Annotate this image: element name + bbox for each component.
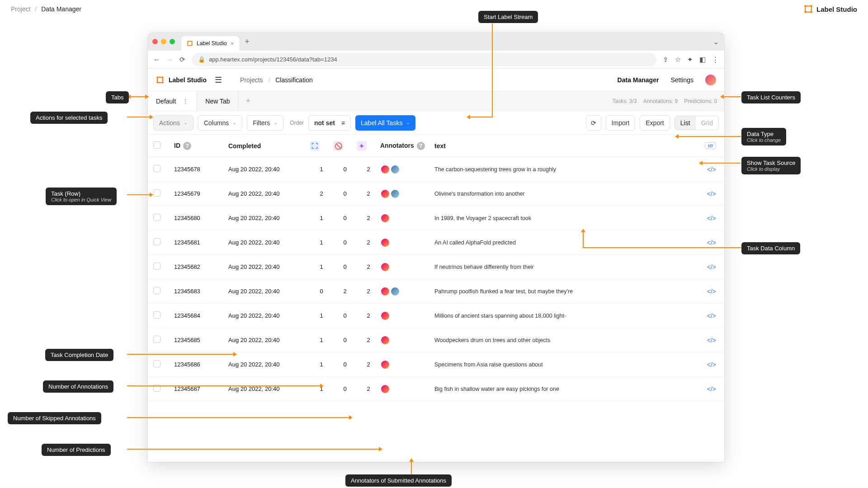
source-icon[interactable]: </> [707,361,716,368]
annotator-avatar[interactable] [380,262,390,272]
table-row[interactable]: 12345681 Aug 20 2022, 20:40 1 0 2 An AI … [148,230,724,255]
add-tab-icon[interactable]: + [239,91,258,111]
menu-icon[interactable]: ☰ [215,75,222,85]
close-icon[interactable] [152,39,158,44]
annotator-avatar[interactable] [380,213,390,223]
source-icon[interactable]: </> [707,263,716,271]
cell-completed: Aug 20 2022, 20:40 [228,337,310,343]
annotator-avatar[interactable] [380,238,390,248]
annotator-avatar[interactable] [380,384,390,394]
table-row[interactable]: 12345684 Aug 20 2022, 20:40 1 0 2 Millio… [148,304,724,328]
filters-button[interactable]: Filters⌄ [247,115,283,131]
table-row[interactable]: 12345678 Aug 20 2022, 20:40 1 0 2 The ca… [148,157,724,182]
annotator-avatar[interactable] [390,189,400,199]
row-checkbox[interactable] [153,336,160,343]
address-bar[interactable]: 🔒 app.heartex.com/projects/123456/data?t… [192,53,656,66]
more-icon[interactable]: ⋮ [712,56,719,64]
export-button[interactable]: Export [640,115,670,131]
row-checkbox[interactable] [153,189,160,197]
view-grid[interactable]: Grid [696,116,718,130]
order-button[interactable]: not set≡ [308,115,351,131]
tab-default[interactable]: Default ⋮ [148,91,197,111]
maximize-icon[interactable] [170,39,175,44]
annotator-avatar[interactable] [380,335,390,345]
source-icon[interactable]: </> [707,190,716,197]
table-row[interactable]: 12345683 Aug 20 2022, 20:40 0 2 2 Pahrum… [148,279,724,304]
row-checkbox[interactable] [153,360,160,367]
cell-completed: Aug 20 2022, 20:40 [228,190,310,197]
skipped-count-icon[interactable]: 🚫 [333,141,343,151]
row-checkbox[interactable] [153,263,160,270]
annotator-avatar[interactable] [380,311,390,321]
view-list[interactable]: List [675,116,696,130]
breadcrumb-root[interactable]: Project [11,5,31,13]
close-tab-icon[interactable]: × [231,40,234,47]
nav-settings[interactable]: Settings [670,76,693,84]
source-icon[interactable]: </> [707,166,716,173]
help-icon[interactable]: ? [417,142,425,150]
cell-skipped: 0 [333,312,357,319]
row-checkbox[interactable] [153,165,160,172]
back-icon[interactable]: ← [153,56,160,63]
predictions-count-icon[interactable]: ✦ [357,141,367,151]
columns-button[interactable]: Columns⌄ [198,115,242,131]
cell-skipped: 0 [333,361,357,368]
annotator-avatar[interactable] [380,360,390,370]
minimize-icon[interactable] [161,39,166,44]
annotator-avatar[interactable] [380,164,390,174]
source-icon[interactable]: </> [707,239,716,246]
row-checkbox[interactable] [153,287,160,294]
reload-icon[interactable]: ⟳ [179,56,185,64]
annotator-avatar[interactable] [380,189,390,199]
col-completed[interactable]: Completed [228,142,310,150]
datatype-pill[interactable]: str [705,142,716,149]
panel-icon[interactable]: ◧ [699,56,706,64]
annotator-avatar[interactable] [390,164,400,174]
annotator-avatar[interactable] [380,286,390,296]
table-row[interactable]: 12345687 Aug 20 2022, 20:40 1 0 2 Big fi… [148,377,724,401]
cell-annotators [380,189,434,199]
view-toggle[interactable]: List Grid [675,116,719,130]
table-row[interactable]: 12345682 Aug 20 2022, 20:40 1 0 2 If neu… [148,255,724,279]
source-icon[interactable]: </> [707,385,716,393]
annotator-avatar[interactable] [390,286,400,296]
row-checkbox[interactable] [153,238,160,245]
cell-skipped: 0 [333,239,357,246]
user-avatar[interactable] [705,75,716,85]
import-button[interactable]: Import [606,115,636,131]
actions-button[interactable]: Actions⌄ [153,115,193,131]
table-row[interactable]: 12345680 Aug 20 2022, 20:40 1 0 2 In 198… [148,206,724,230]
app-title[interactable]: Label Studio [156,76,207,84]
source-icon[interactable]: </> [707,337,716,344]
table-row[interactable]: 12345685 Aug 20 2022, 20:40 1 0 2 Woodpe… [148,328,724,352]
annotations-count-icon[interactable]: ⛶ [310,141,320,151]
tab-new[interactable]: New Tab [197,91,238,111]
new-tab-icon[interactable]: + [245,37,250,47]
refresh-button[interactable]: ⟳ [586,115,601,131]
callout-num-annotations: Number of Annotations [43,380,113,393]
crumb-project-name[interactable]: Classification [275,76,312,84]
col-text[interactable]: text [434,142,584,150]
cell-text: If neutrinos behave differently from the… [434,264,584,270]
tab-menu-icon[interactable]: ⋮ [182,98,189,105]
help-icon[interactable]: ? [183,142,191,150]
extensions-icon[interactable]: ✦ [687,56,693,64]
browser-tab[interactable]: Label Studio × [181,36,239,51]
select-all-checkbox[interactable] [153,141,160,149]
row-checkbox[interactable] [153,311,160,319]
source-icon[interactable]: </> [707,288,716,295]
label-all-tasks-button[interactable]: Label All Tasks⌄ [355,115,415,131]
tabs-chevron-icon[interactable]: ⌄ [713,38,719,46]
col-id[interactable]: ID? [174,142,228,150]
row-checkbox[interactable] [153,214,160,221]
nav-data-manager[interactable]: Data Manager [618,76,659,84]
source-icon[interactable]: </> [707,215,716,222]
crumb-projects[interactable]: Projects [240,76,263,84]
source-icon[interactable]: </> [707,312,716,319]
table-row[interactable]: 12345679 Aug 20 2022, 20:40 2 0 2 Olivin… [148,182,724,206]
star-icon[interactable]: ☆ [675,56,681,64]
share-icon[interactable]: ⇪ [663,56,669,64]
col-annotators[interactable]: Annotators? [380,142,434,150]
forward-icon[interactable]: → [166,56,173,63]
window-controls[interactable] [152,39,175,44]
